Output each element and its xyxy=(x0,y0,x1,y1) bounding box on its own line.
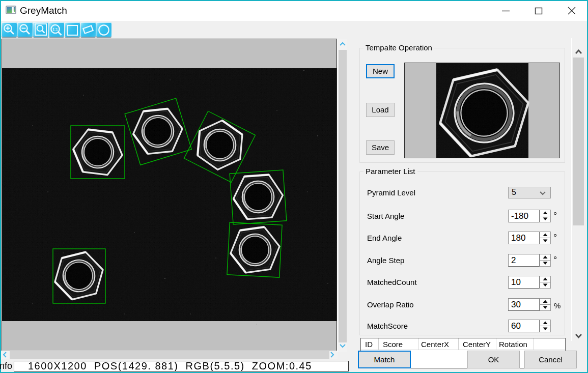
svg-text:1:1: 1:1 xyxy=(52,27,58,31)
